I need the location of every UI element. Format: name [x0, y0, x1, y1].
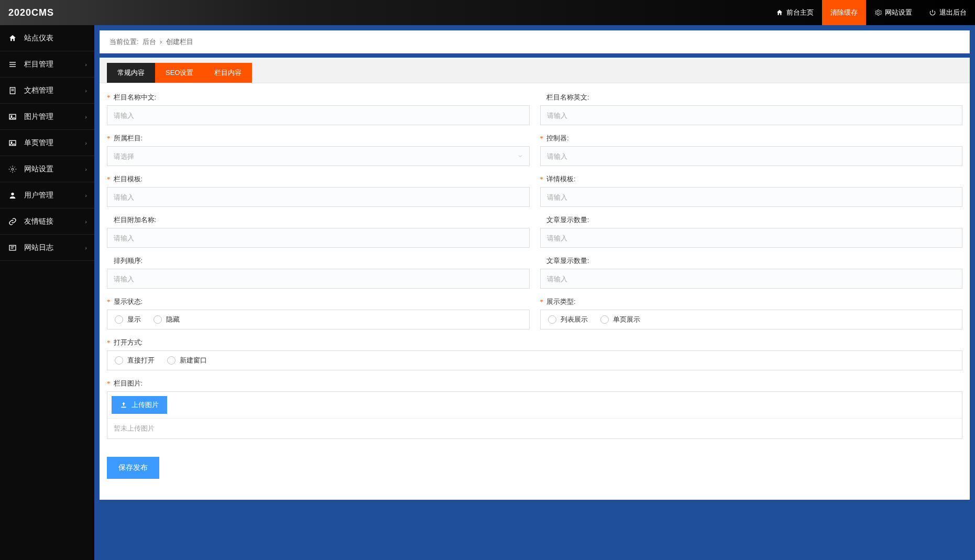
- radio-icon: [167, 356, 176, 365]
- sidebar-item-label: 友情链接: [24, 217, 53, 226]
- sidebar-item-label: 网站日志: [24, 243, 53, 252]
- radio-show-label: 显示: [127, 315, 141, 324]
- svg-rect-0: [9, 62, 16, 62]
- nav-site-settings[interactable]: 网站设置: [866, 0, 921, 25]
- svg-point-7: [11, 115, 12, 116]
- radio-single[interactable]: 单页展示: [600, 315, 640, 324]
- nav-logout[interactable]: 退出后台: [921, 0, 975, 25]
- sidebar-item-images[interactable]: 图片管理 ›: [0, 104, 94, 130]
- upload-button-label: 上传图片: [132, 400, 159, 410]
- sidebar-item-settings[interactable]: 网站设置 ›: [0, 156, 94, 182]
- input-name-cn[interactable]: [107, 105, 530, 125]
- svg-point-11: [11, 192, 14, 195]
- label-controller: *控制器:: [540, 134, 963, 143]
- chevron-right-icon: ›: [85, 114, 87, 120]
- chevron-right-icon: ›: [85, 140, 87, 146]
- radio-direct-label: 直接打开: [127, 356, 155, 365]
- nav-clear-cache[interactable]: 清除缓存: [822, 0, 866, 25]
- chevron-right-icon: ›: [85, 61, 87, 68]
- sidebar-item-dashboard[interactable]: 站点仪表: [0, 25, 94, 51]
- input-detail-tpl[interactable]: [540, 187, 963, 207]
- logo: 2020CMS: [8, 7, 54, 18]
- label-name-en: *栏目名称英文:: [540, 93, 963, 102]
- radio-single-label: 单页展示: [613, 315, 640, 324]
- user-icon: [8, 191, 17, 200]
- tab-seo[interactable]: SEO设置: [155, 63, 204, 83]
- label-name-cn: *栏目名称中文:: [107, 93, 530, 102]
- input-article-count-2[interactable]: [540, 269, 963, 289]
- svg-rect-2: [9, 66, 16, 67]
- label-open-type: *打开方式:: [107, 338, 962, 347]
- svg-point-9: [11, 141, 12, 142]
- svg-rect-15: [121, 407, 126, 408]
- chevron-right-icon: ›: [85, 87, 87, 94]
- label-article-count-2: *文章显示数量:: [540, 256, 963, 266]
- radio-list[interactable]: 列表展示: [548, 315, 588, 324]
- label-detail-tpl: *详情模板:: [540, 174, 963, 184]
- radio-newwin[interactable]: 新建窗口: [167, 356, 207, 365]
- radio-icon: [115, 356, 123, 365]
- breadcrumb-sep: ›: [160, 38, 162, 46]
- sidebar-item-columns[interactable]: 栏目管理 ›: [0, 51, 94, 78]
- sidebar-item-label: 文档管理: [24, 86, 53, 95]
- select-parent[interactable]: [107, 146, 530, 166]
- label-display-type: *展示类型:: [540, 297, 963, 306]
- nav-site-settings-label: 网站设置: [885, 8, 912, 17]
- sidebar-item-docs[interactable]: 文档管理 ›: [0, 78, 94, 104]
- label-extra-name: *栏目附加名称:: [107, 215, 530, 225]
- svg-rect-1: [9, 64, 16, 64]
- input-controller[interactable]: [540, 146, 963, 166]
- tab-content[interactable]: 栏目内容: [204, 63, 252, 83]
- breadcrumb-backend-link[interactable]: 后台: [143, 38, 156, 46]
- upload-icon: [120, 401, 127, 409]
- breadcrumb: 当前位置: 后台 › 创建栏目: [100, 31, 969, 53]
- page-icon: [8, 139, 17, 147]
- radio-group-open-type: 直接打开 新建窗口: [107, 350, 962, 370]
- input-sort[interactable]: [107, 269, 530, 289]
- gear-icon: [874, 9, 882, 16]
- label-article-count-1: *文章显示数量:: [540, 215, 963, 225]
- nav-frontend-home[interactable]: 前台主页: [768, 0, 822, 25]
- top-header: 2020CMS 前台主页 清除缓存 网站设置 退出后台: [0, 0, 975, 25]
- chevron-right-icon: ›: [85, 192, 87, 199]
- sidebar-item-label: 单页管理: [24, 138, 53, 148]
- sidebar-item-links[interactable]: 友情链接 ›: [0, 208, 94, 235]
- menu-icon: [8, 60, 17, 69]
- breadcrumb-prefix: 当前位置:: [109, 38, 139, 46]
- input-name-en[interactable]: [540, 105, 963, 125]
- power-icon: [929, 9, 936, 16]
- radio-hide-label: 隐藏: [166, 315, 180, 324]
- tabs: 常规内容 SEO设置 栏目内容: [100, 58, 970, 83]
- radio-icon: [600, 315, 609, 324]
- tab-general[interactable]: 常规内容: [107, 63, 155, 83]
- sidebar-item-users[interactable]: 用户管理 ›: [0, 182, 94, 208]
- input-extra-name[interactable]: [107, 228, 530, 248]
- label-sort: *排列顺序:: [107, 256, 530, 266]
- upload-box: 上传图片 暂未上传图片: [107, 391, 962, 439]
- chevron-right-icon: ›: [85, 218, 87, 225]
- sidebar: 站点仪表 栏目管理 › 文档管理 › 图片管理 › 单页管理 › 网站设置 ›: [0, 25, 94, 560]
- home-icon: [776, 9, 783, 16]
- sidebar-item-label: 用户管理: [24, 191, 53, 200]
- upload-button[interactable]: 上传图片: [112, 396, 167, 414]
- input-column-tpl[interactable]: [107, 187, 530, 207]
- radio-icon: [548, 315, 556, 324]
- input-article-count-1[interactable]: [540, 228, 963, 248]
- sidebar-item-label: 站点仪表: [24, 34, 53, 43]
- sidebar-item-logs[interactable]: 网站日志 ›: [0, 235, 94, 261]
- main-area: 当前位置: 后台 › 创建栏目 常规内容 SEO设置 栏目内容 *栏目名称中文:: [94, 25, 975, 560]
- chevron-right-icon: ›: [85, 166, 87, 172]
- radio-newwin-label: 新建窗口: [180, 356, 207, 365]
- breadcrumb-card: 当前位置: 后台 › 创建栏目: [100, 30, 970, 53]
- radio-icon: [115, 315, 123, 324]
- svg-point-10: [12, 168, 14, 170]
- radio-direct[interactable]: 直接打开: [115, 356, 155, 365]
- radio-hide[interactable]: 隐藏: [154, 315, 180, 324]
- submit-button[interactable]: 保存发布: [107, 457, 159, 479]
- sidebar-item-pages[interactable]: 单页管理 ›: [0, 130, 94, 156]
- radio-group-display-status: 显示 隐藏: [107, 310, 530, 330]
- label-column-tpl: *栏目模板:: [107, 174, 530, 184]
- image-icon: [8, 113, 17, 121]
- radio-show[interactable]: 显示: [115, 315, 141, 324]
- gear-icon: [8, 165, 17, 173]
